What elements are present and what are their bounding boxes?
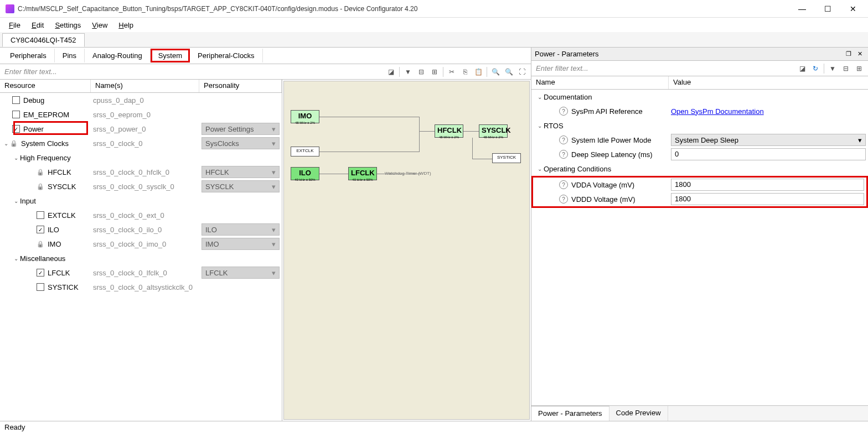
imo-lock-icon (37, 240, 44, 248)
help-icon[interactable]: ? (559, 195, 568, 204)
filter-icon[interactable]: ▼ (402, 66, 414, 77)
sysclocks-lock-icon (10, 139, 18, 147)
power-personality[interactable]: Power Settings▾ (202, 123, 280, 135)
hfclk-label: HFCLK (48, 168, 71, 176)
idle-mode-label: System Idle Power Mode (571, 136, 652, 144)
ilo-name: srss_0_clock_0_ilo_0 (91, 226, 199, 234)
menu-edit[interactable]: Edit (26, 19, 49, 31)
hf-expander[interactable]: ⌄ (12, 155, 20, 161)
tab-pins[interactable]: Pins (55, 49, 85, 62)
col-names: Name(s) (91, 80, 199, 92)
extclk-checkbox[interactable] (37, 211, 44, 219)
status-bar: Ready (0, 421, 868, 433)
maximize-button[interactable]: ☐ (815, 0, 840, 18)
zoom-out-icon[interactable]: 🔍 (503, 66, 514, 77)
syspm-ref-label: SysPm API Reference (571, 107, 643, 116)
sysclk-label: SYSCLK (48, 182, 76, 191)
power-checkbox[interactable] (12, 125, 20, 133)
collapse-icon[interactable]: ⊟ (416, 66, 427, 77)
sysclocks-personality[interactable]: SysClocks▾ (202, 137, 280, 149)
col-personality: Personality (199, 80, 282, 92)
input-expander[interactable]: ⌄ (12, 198, 20, 204)
rtos-section[interactable]: RTOS (544, 122, 564, 130)
device-tab[interactable]: CY8C4046LQI-T452 (2, 33, 85, 47)
debug-checkbox[interactable] (12, 96, 20, 104)
lfclk-personality[interactable]: LFCLK▾ (202, 267, 280, 279)
close-button[interactable]: ✕ (840, 0, 866, 18)
hfclk-personality[interactable]: HFCLK▾ (202, 166, 280, 178)
imo-personality[interactable]: IMO▾ (202, 238, 280, 250)
menu-help[interactable]: Help (113, 19, 139, 31)
power-name: srss_0_power_0 (91, 125, 199, 133)
tab-peripheral-clocks[interactable]: Peripheral-Clocks (190, 49, 263, 62)
doc-section[interactable]: Documentation (544, 93, 592, 101)
tab-analog-routing[interactable]: Analog-Routing (85, 49, 151, 62)
device-tabstrip: CY8C4046LQI-T452 (0, 32, 868, 48)
right-eraser-icon[interactable]: ◪ (797, 63, 808, 74)
diagram-imo: IMO48 MHz ± 2% (291, 110, 319, 123)
sysclocks-expander[interactable]: ⌄ (2, 140, 10, 147)
paste-icon[interactable]: 📋 (473, 66, 484, 77)
right-filter-input[interactable] (531, 62, 793, 75)
right-bottom-tabs: Power - Parameters Code Preview (531, 405, 868, 421)
help-icon[interactable]: ? (559, 150, 568, 159)
debug-label: Debug (23, 96, 44, 105)
systick-label: SYSTICK (48, 283, 79, 291)
expand-icon[interactable]: ⊞ (429, 66, 440, 77)
zoom-fit-icon[interactable]: ⛶ (516, 66, 528, 77)
eraser-icon[interactable]: ◪ (385, 66, 396, 77)
sysclk-personality[interactable]: SYSCLK▾ (202, 180, 280, 192)
ilo-label: ILO (48, 226, 59, 234)
left-filter-input[interactable] (0, 65, 382, 78)
panel-close-icon[interactable]: ✕ (855, 49, 865, 59)
diagram-ilo: ILO40 kHz ± 50% (291, 167, 319, 180)
vddd-label: VDDD Voltage (mV) (571, 195, 636, 204)
refresh-icon[interactable]: ↻ (810, 63, 821, 74)
syspm-link[interactable]: Open SysPm Documentation (671, 107, 764, 116)
menu-view[interactable]: View (86, 19, 113, 31)
right-expand-icon[interactable]: ⊞ (854, 63, 865, 74)
opcond-section[interactable]: Operating Conditions (544, 165, 611, 173)
ilo-personality[interactable]: ILO▾ (202, 223, 280, 236)
deep-sleep-input[interactable]: 0 (671, 148, 866, 160)
eeprom-name: srss_0_eeprom_0 (91, 111, 199, 119)
tab-peripherals[interactable]: Peripherals (2, 49, 55, 62)
help-icon[interactable]: ? (559, 135, 568, 144)
debug-name: cpuss_0_dap_0 (91, 96, 199, 105)
left-subtabs: Peripherals Pins Analog-Routing System P… (0, 48, 531, 64)
tab-power-parameters[interactable]: Power - Parameters (531, 406, 609, 421)
input-label: Input (20, 197, 36, 205)
panel-float-icon[interactable]: ❐ (844, 49, 854, 59)
idle-mode-dropdown[interactable]: System Deep Sleep▾ (671, 134, 866, 146)
extclk-name: srss_0_clock_0_ext_0 (91, 211, 199, 220)
misc-expander[interactable]: ⌄ (12, 255, 20, 262)
diagram-lfclk: LFCLK40 kHz ± 50% (348, 167, 377, 180)
right-panel-title: Power - Parameters (535, 50, 599, 58)
window-title: C:/mtw/MSCLP_Self_Capacitance_Button_Tun… (18, 5, 789, 13)
sysclocks-name: srss_0_clock_0 (91, 139, 199, 148)
eeprom-checkbox[interactable] (12, 111, 20, 118)
systick-checkbox[interactable] (37, 283, 44, 291)
param-col-value: Value (669, 76, 868, 89)
lfclk-label: LFCLK (48, 269, 70, 277)
lfclk-checkbox[interactable] (37, 269, 44, 277)
cut-icon[interactable]: ✂ (446, 66, 457, 77)
tab-code-preview[interactable]: Code Preview (609, 406, 668, 421)
menu-file[interactable]: File (3, 19, 26, 31)
col-resource: Resource (0, 80, 91, 92)
copy-icon[interactable]: ⎘ (459, 66, 471, 77)
menu-settings[interactable]: Settings (49, 19, 86, 31)
vdda-input[interactable]: 1800 (671, 179, 864, 191)
help-icon[interactable]: ? (559, 107, 568, 116)
ilo-checkbox[interactable] (37, 226, 44, 233)
right-collapse-icon[interactable]: ⊟ (840, 63, 851, 74)
zoom-in-icon[interactable]: 🔍 (490, 66, 501, 77)
deep-sleep-label: Deep Sleep Latency (ms) (571, 150, 653, 159)
vddd-input[interactable]: 1800 (671, 193, 864, 205)
tab-system[interactable]: System (151, 49, 190, 62)
right-filter-icon[interactable]: ▼ (827, 63, 838, 74)
param-body: ⌄Documentation ?SysPm API ReferenceOpen … (531, 90, 868, 405)
help-icon[interactable]: ? (559, 180, 568, 189)
minimize-button[interactable]: — (789, 0, 815, 18)
clock-diagram[interactable]: IMO48 MHz ± 2% EXTCLK ILO40 kHz ± 50% LF… (283, 81, 530, 420)
